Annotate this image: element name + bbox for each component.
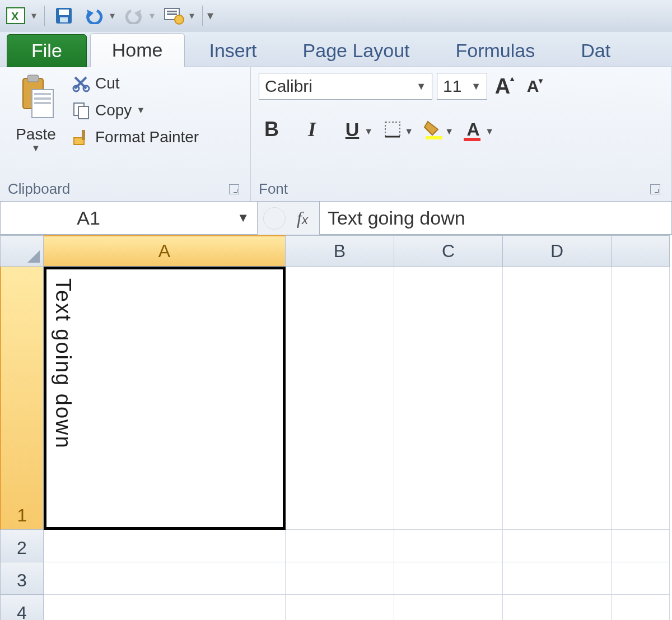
paste-label: Paste (16, 125, 56, 143)
tab-insert[interactable]: Insert (188, 34, 278, 67)
svg-rect-14 (34, 93, 51, 95)
grow-font-label: A (495, 74, 510, 99)
cell-E3[interactable] (612, 562, 670, 595)
cell-E1[interactable] (612, 267, 670, 530)
font-size-value: 11 (443, 77, 461, 96)
copy-icon (72, 101, 91, 120)
cell-A1-value: Text going down (51, 278, 75, 449)
format-painter-button[interactable]: Format Painter (69, 127, 201, 148)
cell-C1[interactable] (394, 267, 503, 530)
cell-C3[interactable] (394, 562, 503, 595)
redo-drop-icon[interactable]: ▾ (150, 10, 155, 22)
tab-home[interactable]: Home (90, 33, 185, 67)
cell-D3[interactable] (503, 562, 612, 595)
col-header-B[interactable]: B (286, 235, 394, 267)
copy-label: Copy (95, 101, 132, 119)
redo-icon[interactable] (123, 4, 145, 27)
font-name-value: Calibri (265, 77, 312, 96)
tab-file[interactable]: File (7, 34, 87, 67)
paste-drop-icon[interactable]: ▼ (31, 143, 40, 153)
cell-B4[interactable] (286, 595, 394, 620)
col-header-A[interactable]: A (44, 235, 286, 267)
italic-button[interactable]: I (299, 116, 325, 142)
grow-font-button[interactable]: A▴ (492, 73, 517, 99)
svg-rect-8 (167, 11, 177, 12)
font-dialog-launcher[interactable] (650, 184, 660, 194)
col-header-E[interactable] (612, 235, 670, 267)
tab-page-layout-label: Page Layout (303, 40, 410, 61)
cell-B1[interactable] (286, 267, 394, 530)
group-font: Calibri ▼ 11 ▼ A▴ A▾ B I U▼ (251, 67, 672, 201)
copy-drop-icon[interactable]: ▼ (136, 105, 145, 115)
select-all-corner[interactable] (0, 235, 44, 267)
undo-drop-icon[interactable]: ▾ (110, 10, 115, 22)
font-color-button[interactable]: A ▼ (460, 116, 486, 142)
paste-button[interactable]: Paste ▼ (8, 73, 64, 153)
font-name-drop-icon: ▼ (416, 81, 426, 92)
svg-text:X: X (11, 10, 19, 22)
cut-label: Cut (95, 74, 120, 92)
formula-input[interactable]: Text going down (319, 202, 672, 235)
group-clipboard: Paste ▼ Cut Copy ▼ Format Painter (0, 67, 251, 201)
cell-A2[interactable] (44, 530, 286, 562)
excel-app-icon[interactable]: X (4, 4, 27, 27)
name-box-drop-icon: ▼ (237, 211, 249, 225)
cell-E2[interactable] (612, 530, 670, 562)
qat-customize-drop-icon[interactable]: ▾ (207, 8, 213, 23)
name-box-value: A1 (77, 207, 100, 229)
svg-rect-12 (27, 75, 39, 82)
undo-icon[interactable] (83, 4, 105, 27)
tab-data[interactable]: Dat (559, 34, 632, 67)
svg-rect-16 (34, 102, 51, 104)
tab-data-label: Dat (581, 40, 610, 61)
active-cell-border: Text going down (44, 267, 286, 530)
borders-button[interactable]: ▼ (380, 116, 405, 142)
shrink-font-label: A (527, 77, 539, 96)
tab-formulas[interactable]: Formulas (434, 34, 556, 67)
cell-B3[interactable] (286, 562, 394, 595)
cell-D1[interactable] (503, 267, 612, 530)
cell-A4[interactable] (44, 595, 286, 620)
cell-D4[interactable] (503, 595, 612, 620)
svg-rect-15 (34, 97, 51, 100)
cut-button[interactable]: Cut (69, 73, 201, 94)
fill-color-button[interactable]: ▼ (420, 116, 446, 142)
svg-rect-22 (82, 130, 85, 140)
cell-E4[interactable] (612, 595, 670, 620)
ribbon: Paste ▼ Cut Copy ▼ Format Painter (0, 67, 672, 202)
col-header-D[interactable]: D (503, 235, 612, 267)
col-header-C[interactable]: C (394, 235, 503, 267)
copy-button[interactable]: Copy ▼ (69, 100, 201, 121)
underline-button[interactable]: U▼ (339, 116, 365, 142)
font-size-combo[interactable]: 11 ▼ (437, 73, 487, 100)
svg-rect-25 (426, 136, 442, 139)
font-name-combo[interactable]: Calibri ▼ (259, 73, 432, 100)
row-header-3[interactable]: 3 (0, 562, 44, 595)
bold-button[interactable]: B (259, 116, 284, 142)
formula-bar: A1 ▼ fx Text going down (0, 202, 672, 235)
tab-insert-label: Insert (209, 40, 257, 61)
row-header-2[interactable]: 2 (0, 530, 44, 562)
svg-rect-23 (385, 122, 400, 137)
cancel-formula-button[interactable] (263, 207, 286, 230)
cell-B2[interactable] (286, 530, 394, 562)
svg-rect-9 (167, 13, 177, 15)
insert-function-button[interactable]: fx (291, 208, 314, 229)
save-icon[interactable] (53, 4, 75, 27)
print-preview-drop-icon[interactable]: ▾ (189, 10, 194, 22)
row-header-1[interactable]: 1 (0, 267, 44, 530)
tab-page-layout[interactable]: Page Layout (282, 34, 431, 67)
cell-C4[interactable] (394, 595, 503, 620)
format-painter-label: Format Painter (95, 128, 199, 146)
shrink-font-button[interactable]: A▾ (522, 73, 548, 99)
row-header-4[interactable]: 4 (0, 595, 44, 620)
app-menu-drop-icon[interactable]: ▾ (31, 10, 36, 22)
print-preview-icon[interactable] (162, 4, 185, 27)
name-box[interactable]: A1 ▼ (0, 202, 258, 235)
clipboard-dialog-launcher[interactable] (229, 184, 239, 194)
cell-D2[interactable] (503, 530, 612, 562)
cell-C2[interactable] (394, 530, 503, 562)
font-size-drop-icon: ▼ (471, 81, 481, 92)
cell-A3[interactable] (44, 562, 286, 595)
tab-home-label: Home (112, 39, 163, 60)
